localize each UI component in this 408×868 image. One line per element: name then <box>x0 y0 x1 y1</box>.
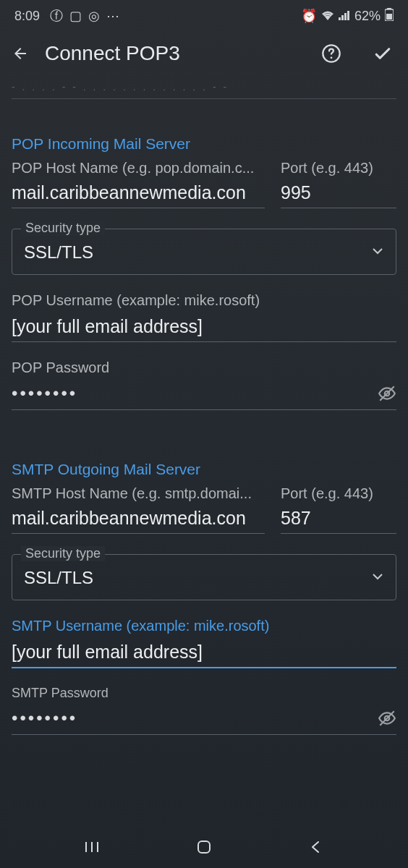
smtp-password-value[interactable]: •••••••• <box>12 708 378 728</box>
status-right: ⏰ 62% <box>301 8 394 25</box>
status-notification-icons: ⓕ ▢ ◎ ⋯ <box>47 7 119 25</box>
battery-icon <box>385 8 394 25</box>
smtp-security-label: Security type <box>21 546 105 561</box>
pop-password-label: POP Password <box>12 359 396 376</box>
page-title: Connect POP3 <box>45 42 305 65</box>
svg-rect-6 <box>386 14 392 20</box>
smtp-section: SMTP Outgoing Mail Server SMTP Host Name… <box>0 461 408 735</box>
pop-port-label: Port (e.g. 443) <box>281 160 396 176</box>
more-icon: ⋯ <box>106 9 119 23</box>
smtp-security-value: SSL/TLS <box>24 568 384 588</box>
chevron-down-icon <box>373 571 383 584</box>
pop-host-field[interactable]: POP Host Name (e.g. pop.domain.c... mail… <box>12 160 265 208</box>
pop-password-field[interactable]: POP Password •••••••• <box>12 359 396 410</box>
app-bar: Connect POP3 <box>0 29 408 78</box>
pop-host-label: POP Host Name (e.g. pop.domain.c... <box>12 160 265 176</box>
home-button[interactable] <box>194 837 214 857</box>
svg-rect-3 <box>347 11 349 20</box>
status-left: 8:09 ⓕ ▢ ◎ ⋯ <box>14 7 119 25</box>
pop-port-value[interactable]: 995 <box>281 182 396 208</box>
smtp-host-field[interactable]: SMTP Host Name (e.g. smtp.domai... mail.… <box>12 485 265 534</box>
help-icon[interactable] <box>321 43 341 64</box>
divider-line <box>12 98 396 99</box>
pop-port-field[interactable]: Port (e.g. 443) 995 <box>281 160 396 208</box>
pop-security-value: SSL/TLS <box>24 242 384 263</box>
status-time: 8:09 <box>14 9 40 24</box>
battery-percent: 62% <box>354 9 381 24</box>
smtp-password-field[interactable]: SMTP Password •••••••• <box>12 686 396 735</box>
svg-rect-0 <box>339 17 341 20</box>
instagram-icon: ◎ <box>88 9 100 23</box>
wifi-icon <box>321 9 334 24</box>
pop-username-value[interactable]: [your full email address] <box>12 316 396 342</box>
pop-username-label: POP Username (example: mike.rosoft) <box>12 292 396 309</box>
svg-rect-2 <box>344 13 347 20</box>
smtp-host-label: SMTP Host Name (e.g. smtp.domai... <box>12 485 265 502</box>
status-bar: 8:09 ⓕ ▢ ◎ ⋯ ⏰ 62% <box>0 0 408 29</box>
smtp-username-label: SMTP Username (example: mike.rosoft) <box>12 618 396 634</box>
smtp-section-header: SMTP Outgoing Mail Server <box>12 461 396 478</box>
svg-point-8 <box>331 56 333 59</box>
chevron-down-icon <box>373 245 383 258</box>
pop-security-select[interactable]: Security type SSL/TLS <box>12 229 396 275</box>
pop-password-value[interactable]: •••••••• <box>12 383 378 404</box>
pop-section: POP Incoming Mail Server POP Host Name (… <box>0 135 408 410</box>
back-icon[interactable] <box>12 45 29 62</box>
smtp-username-value[interactable]: [your full email address] <box>12 642 396 668</box>
facebook-icon: ⓕ <box>50 9 63 23</box>
pop-security-label: Security type <box>21 221 105 236</box>
divider-dots: - . . . . - - . . . . . . . . . . . . . … <box>0 81 408 93</box>
pop-section-header: POP Incoming Mail Server <box>12 135 396 153</box>
smtp-port-value[interactable]: 587 <box>281 508 396 534</box>
image-icon: ▢ <box>69 9 82 23</box>
smtp-host-port-row: SMTP Host Name (e.g. smtp.domai... mail.… <box>12 485 396 534</box>
back-button[interactable] <box>306 837 326 857</box>
smtp-security-select[interactable]: Security type SSL/TLS <box>12 554 396 600</box>
eye-off-icon[interactable] <box>378 384 396 403</box>
recents-button[interactable] <box>82 837 102 857</box>
smtp-username-field[interactable]: SMTP Username (example: mike.rosoft) [yo… <box>12 618 396 668</box>
smtp-password-label: SMTP Password <box>12 686 396 701</box>
confirm-icon[interactable] <box>372 43 394 64</box>
pop-host-value[interactable]: mail.caribbeannewmedia.con <box>12 182 265 208</box>
signal-icon <box>339 9 350 24</box>
pop-host-port-row: POP Host Name (e.g. pop.domain.c... mail… <box>12 160 396 208</box>
smtp-port-field[interactable]: Port (e.g. 443) 587 <box>281 485 396 534</box>
svg-rect-16 <box>198 841 210 853</box>
pop-username-field[interactable]: POP Username (example: mike.rosoft) [you… <box>12 292 396 342</box>
eye-off-icon[interactable] <box>378 709 396 728</box>
smtp-port-label: Port (e.g. 443) <box>281 485 396 502</box>
alarm-icon: ⏰ <box>301 8 317 24</box>
svg-rect-1 <box>341 15 344 20</box>
smtp-host-value[interactable]: mail.caribbeannewmedia.con <box>12 508 265 534</box>
system-nav-bar <box>0 826 408 868</box>
